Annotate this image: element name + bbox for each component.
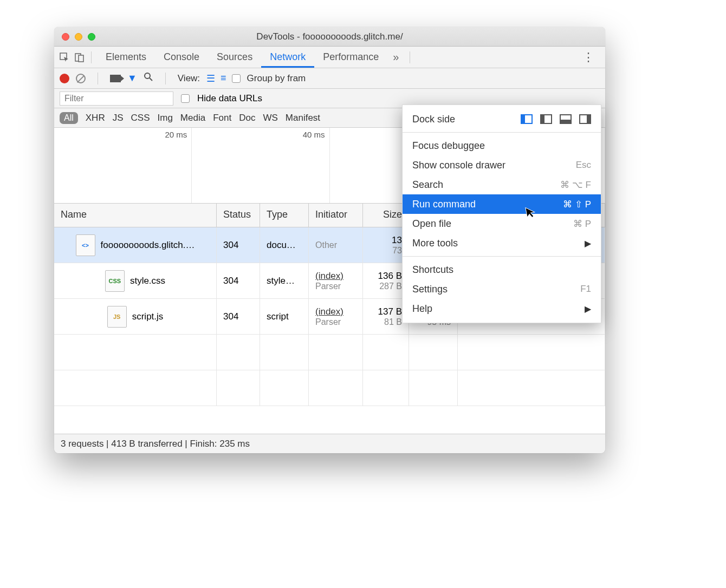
request-size-sub: 73: [370, 246, 402, 256]
col-status[interactable]: Status: [217, 204, 260, 227]
request-size: 136 B: [370, 271, 402, 282]
table-row-empty: [54, 370, 605, 406]
request-initiator-sub: Parser: [315, 282, 356, 291]
menu-settings[interactable]: SettingsF1: [403, 279, 601, 299]
filter-all[interactable]: All: [60, 112, 78, 124]
col-type[interactable]: Type: [260, 204, 309, 227]
separator: [165, 73, 166, 84]
more-tabs-icon[interactable]: »: [387, 51, 404, 63]
request-initiator-link[interactable]: (index): [315, 271, 356, 282]
col-name[interactable]: Name: [54, 204, 217, 227]
menu-help[interactable]: Help▶: [403, 299, 601, 318]
device-toolbar-icon[interactable]: [74, 51, 86, 63]
dock-right-icon[interactable]: [579, 114, 591, 124]
request-status: 304: [217, 227, 260, 263]
menu-more-tools[interactable]: More tools▶: [403, 233, 601, 253]
tab-elements[interactable]: Elements: [97, 47, 155, 67]
request-status: 304: [217, 263, 260, 298]
filter-js[interactable]: JS: [113, 113, 124, 123]
js-icon: JS: [107, 306, 127, 328]
request-name: style.css: [130, 276, 165, 286]
large-rows-icon[interactable]: ☰: [206, 73, 214, 84]
tab-console[interactable]: Console: [155, 47, 208, 67]
group-by-frame-label: Group by fram: [247, 73, 306, 84]
submenu-arrow-icon: ▶: [585, 238, 591, 249]
filter-ws[interactable]: WS: [263, 113, 277, 123]
request-type: docu…: [260, 227, 309, 263]
window-title: DevTools - fooooooooods.glitch.me/: [54, 31, 605, 42]
request-initiator-sub: Parser: [315, 317, 356, 327]
overview-icon[interactable]: ≡: [221, 73, 225, 84]
filter-xhr[interactable]: XHR: [86, 113, 105, 123]
request-size-sub: 81 B: [370, 317, 402, 327]
group-by-frame-checkbox[interactable]: [232, 74, 241, 83]
timeline-tick: 20 ms: [54, 128, 192, 203]
tab-performance[interactable]: Performance: [314, 47, 387, 67]
separator: [410, 51, 410, 63]
request-status: 304: [217, 299, 260, 334]
col-initiator[interactable]: Initiator: [309, 204, 363, 227]
svg-line-4: [150, 78, 152, 81]
filter-doc[interactable]: Doc: [239, 113, 255, 123]
request-initiator-link[interactable]: (index): [315, 306, 356, 317]
status-text: 3 requests | 413 B transferred | Finish:…: [61, 439, 250, 449]
request-initiator: Other: [315, 240, 356, 250]
dock-undock-icon[interactable]: [521, 114, 533, 124]
filter-media[interactable]: Media: [180, 113, 205, 123]
request-size-sub: 287 B: [370, 282, 402, 291]
hide-data-urls-label: Hide data URLs: [197, 93, 262, 104]
svg-rect-2: [79, 55, 83, 62]
filter-img[interactable]: Img: [158, 113, 173, 123]
kebab-menu-button[interactable]: ⋮: [576, 50, 601, 64]
hide-data-urls-checkbox[interactable]: [181, 94, 190, 103]
status-bar: 3 requests | 413 B transferred | Finish:…: [54, 434, 605, 453]
panel-tabs: Elements Console Sources Network Perform…: [54, 47, 605, 68]
filter-icon[interactable]: ▼: [127, 73, 137, 84]
network-toolbar: ▼ View: ☰ ≡ Group by fram: [54, 68, 605, 89]
filter-manifest[interactable]: Manifest: [286, 113, 320, 123]
css-icon: CSS: [105, 270, 125, 292]
menu-open-file[interactable]: Open file⌘ P: [403, 214, 601, 233]
table-row-empty: [54, 335, 605, 370]
menu-dock-side: Dock side: [403, 109, 601, 129]
menu-focus-debuggee[interactable]: Focus debuggee: [403, 136, 601, 155]
screenshots-icon[interactable]: [110, 75, 121, 82]
inspect-element-icon[interactable]: [59, 51, 70, 63]
tab-network[interactable]: Network: [261, 47, 314, 68]
filter-input[interactable]: [60, 92, 173, 106]
separator: [98, 73, 98, 84]
view-label: View:: [178, 73, 200, 84]
menu-shortcuts[interactable]: Shortcuts: [403, 260, 601, 279]
request-size: 13: [370, 235, 402, 246]
menu-show-console-drawer[interactable]: Show console drawerEsc: [403, 155, 601, 175]
menu-separator: [403, 256, 601, 257]
menu-run-command[interactable]: Run command⌘ ⇧ P: [403, 194, 601, 214]
clear-button[interactable]: [76, 74, 86, 83]
document-icon: <>: [76, 234, 95, 256]
titlebar: DevTools - fooooooooods.glitch.me/: [54, 27, 605, 47]
main-menu-dropdown: Dock side Focus debuggee Show console dr…: [402, 104, 601, 323]
search-icon[interactable]: [144, 72, 153, 84]
request-type: style…: [260, 263, 309, 298]
filter-css[interactable]: CSS: [131, 113, 150, 123]
record-button[interactable]: [60, 74, 69, 83]
dock-side-label: Dock side: [412, 114, 455, 125]
svg-point-3: [145, 73, 150, 79]
tab-sources[interactable]: Sources: [208, 47, 261, 67]
timeline-tick: 40 ms: [192, 128, 329, 203]
request-name: script.js: [132, 311, 164, 322]
dock-bottom-icon[interactable]: [560, 114, 572, 124]
separator: [91, 51, 92, 63]
submenu-arrow-icon: ▶: [585, 304, 591, 314]
request-type: script: [260, 299, 309, 334]
dock-left-icon[interactable]: [540, 114, 552, 124]
filter-font[interactable]: Font: [213, 113, 231, 123]
menu-search[interactable]: Search⌘ ⌥ F: [403, 175, 601, 194]
menu-separator: [403, 132, 601, 133]
request-name: fooooooooods.glitch.…: [101, 240, 195, 251]
request-size: 137 B: [370, 306, 402, 317]
